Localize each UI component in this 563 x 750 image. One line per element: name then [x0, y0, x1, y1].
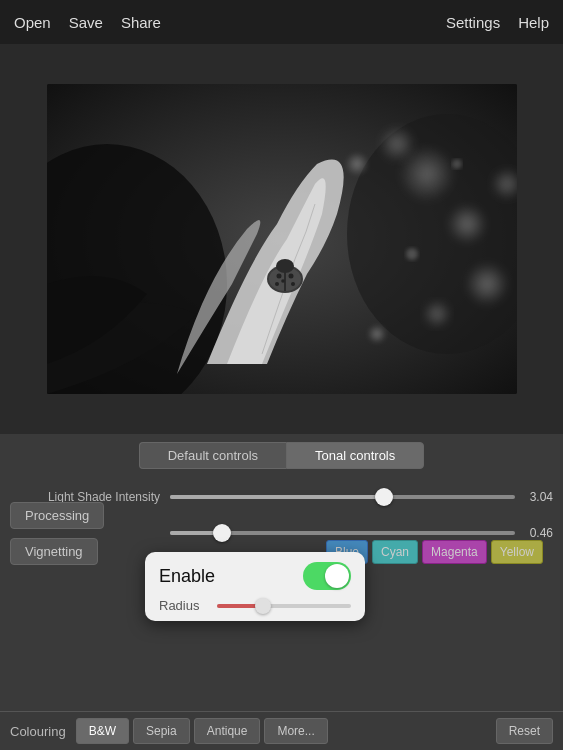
- menu-bar: Open Save Share Settings Help: [0, 0, 563, 44]
- svg-point-16: [288, 274, 293, 279]
- colouring-sepia[interactable]: Sepia: [133, 718, 190, 744]
- processing-btn-wrap: Processing: [10, 502, 104, 529]
- menu-settings[interactable]: Settings: [446, 14, 500, 31]
- processing-button[interactable]: Processing: [10, 502, 104, 529]
- svg-point-5: [379, 126, 415, 162]
- radius-label: Radius: [159, 598, 209, 613]
- tab-default[interactable]: Default controls: [139, 442, 286, 469]
- vignetting-button[interactable]: Vignetting: [10, 538, 98, 565]
- toggle-knob: [325, 564, 349, 588]
- radius-track[interactable]: [217, 604, 351, 608]
- light-shade-fill: [170, 495, 384, 499]
- radius-track-wrap: [217, 604, 351, 608]
- tab-tonal[interactable]: Tonal controls: [286, 442, 424, 469]
- enable-popup-header: Enable: [159, 562, 351, 590]
- svg-point-4: [447, 204, 487, 244]
- svg-point-8: [345, 152, 369, 176]
- svg-point-20: [406, 248, 418, 260]
- light-shade-track-wrap: [170, 495, 515, 499]
- menu-open[interactable]: Open: [14, 14, 51, 31]
- menu-help[interactable]: Help: [518, 14, 549, 31]
- svg-point-19: [281, 279, 285, 283]
- radius-thumb[interactable]: [255, 598, 271, 614]
- svg-point-15: [276, 274, 281, 279]
- svg-point-18: [291, 282, 295, 286]
- svg-point-14: [276, 259, 294, 273]
- svg-point-6: [465, 262, 509, 306]
- tab-row: Default controls Tonal controls: [0, 434, 563, 475]
- second-slider-track-wrap: [170, 531, 515, 535]
- svg-point-10: [367, 324, 387, 344]
- svg-point-7: [423, 300, 451, 328]
- svg-point-21: [452, 159, 462, 169]
- menu-save[interactable]: Save: [69, 14, 103, 31]
- menu-share[interactable]: Share: [121, 14, 161, 31]
- controls-area: Default controls Tonal controls Light Sh…: [0, 434, 563, 750]
- colouring-label: Colouring: [10, 724, 66, 739]
- second-slider-thumb[interactable]: [213, 524, 231, 542]
- colouring-reset[interactable]: Reset: [496, 718, 553, 744]
- radius-fill: [217, 604, 257, 608]
- light-shade-track[interactable]: [170, 495, 515, 499]
- colouring-row: Colouring B&W Sepia Antique More... Rese…: [0, 711, 563, 750]
- svg-point-17: [275, 282, 279, 286]
- color-btn-yellow[interactable]: Yellow: [491, 540, 543, 564]
- image-area: [0, 44, 563, 434]
- color-btn-magenta[interactable]: Magenta: [422, 540, 487, 564]
- colouring-antique[interactable]: Antique: [194, 718, 261, 744]
- enable-label: Enable: [159, 566, 215, 587]
- light-shade-value: 3.04: [515, 490, 553, 504]
- vignetting-btn-wrap: Vignetting: [10, 538, 98, 565]
- light-shade-thumb[interactable]: [375, 488, 393, 506]
- radius-row: Radius: [159, 598, 351, 613]
- color-btn-cyan[interactable]: Cyan: [372, 540, 418, 564]
- enable-popup: Enable Radius: [145, 552, 365, 621]
- second-slider-track[interactable]: [170, 531, 515, 535]
- photo-canvas: [47, 84, 517, 394]
- colouring-bw[interactable]: B&W: [76, 718, 129, 744]
- colouring-more[interactable]: More...: [264, 718, 327, 744]
- enable-toggle[interactable]: [303, 562, 351, 590]
